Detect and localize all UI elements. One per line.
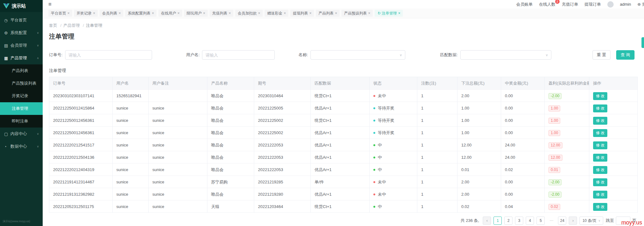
tab[interactable]: ↻ 充值列表 × (210, 10, 233, 17)
sidebar-menu-item[interactable]: 产品列表 (0, 64, 43, 77)
order-no-cell: 202212191412314467 (49, 176, 113, 188)
close-icon[interactable]: × (398, 10, 400, 17)
bet-amount-cell: 2.00 (457, 90, 501, 102)
sidebar-menu-item[interactable]: ◷ 平台首页 (0, 14, 43, 27)
sidebar-menu-item[interactable]: 即时注单 (0, 115, 43, 128)
modify-button[interactable]: 修 改 (593, 129, 607, 137)
tab[interactable]: ↻ 会员列表 × (100, 10, 123, 17)
tab-label: 在线用户 (161, 10, 176, 17)
member-bills-link[interactable]: 会员账单 (516, 2, 533, 7)
collapse-sidebar-icon[interactable]: ≡ (48, 2, 52, 7)
sidebar-menu-item[interactable]: ▤ 会员管理 ∨ (0, 39, 43, 52)
modify-button[interactable]: 修 改 (593, 178, 607, 186)
refresh-icon[interactable]: ↻ (377, 10, 380, 17)
order-no-input[interactable] (65, 50, 152, 60)
bet-amount-cell: 1.00 (457, 102, 501, 114)
tab[interactable]: ↻ 会员加扣款 × (235, 10, 263, 17)
breadcrumb-item: 首页 / (49, 23, 61, 28)
close-icon[interactable]: × (119, 10, 121, 17)
modify-button[interactable]: 修 改 (593, 104, 607, 112)
theme-drawer-handle[interactable] (641, 37, 644, 48)
close-icon[interactable]: × (284, 10, 286, 17)
tab[interactable]: ↻ 在线用户 × (158, 10, 182, 17)
modify-button[interactable]: 修 改 (593, 141, 607, 149)
sidebar-menu-item[interactable]: 注单管理 (0, 102, 43, 115)
tab[interactable]: ↻ 产品列表 × (316, 10, 340, 17)
sidebar-menu-item[interactable]: 产品预设列表 (0, 77, 43, 90)
page-button[interactable]: 4 (526, 217, 534, 225)
close-icon[interactable]: × (93, 10, 95, 17)
tab[interactable]: ↻ 陪玩用户 × (184, 10, 208, 17)
status-label: 未中 (378, 93, 386, 98)
modify-button[interactable]: 修 改 (593, 92, 607, 100)
page-button[interactable]: 1 (494, 217, 502, 225)
prev-page-button[interactable]: ‹ (483, 217, 491, 225)
tab[interactable]: ↻ 开奖记录 × (74, 10, 98, 17)
close-icon[interactable]: × (368, 10, 370, 17)
avatar[interactable] (607, 1, 614, 8)
name-select[interactable]: ∨ (310, 50, 405, 60)
close-icon[interactable]: × (258, 10, 260, 17)
withdraw-orders-link[interactable]: 提现订单 (585, 2, 601, 7)
username-input[interactable] (202, 50, 275, 60)
column-header: 操作 (589, 77, 637, 90)
tab[interactable]: ↻ 系统配置列表 × (125, 10, 156, 17)
page-button[interactable]: 5 (537, 217, 545, 225)
match-data-select[interactable]: ∨ (460, 50, 551, 60)
globe-icon: ⊕ (637, 2, 641, 7)
action-cell: 修 改 (589, 164, 637, 176)
page-button[interactable]: 3 (515, 217, 523, 225)
username-label[interactable]: admin (620, 2, 631, 7)
sidebar-menu-item[interactable]: ▦ 产品管理 ∧ (0, 52, 43, 64)
modify-button[interactable]: 修 改 (593, 166, 607, 174)
modify-button[interactable]: 修 改 (593, 154, 607, 162)
search-button[interactable]: 查 询 (616, 50, 635, 60)
win-amount-cell: 0.00 (501, 127, 545, 139)
tab[interactable]: ↻ 平台首页 × (48, 10, 72, 17)
breadcrumb-link[interactable]: 首页 (49, 23, 57, 28)
table-row: 202212220212504136 sunice sunice 唯品会 202… (49, 151, 637, 164)
modify-button[interactable]: 修 改 (593, 191, 607, 199)
sidebar-menu-item[interactable]: ◔ 数据中心 ∨ (0, 140, 43, 153)
tab[interactable]: ↻ 提现列表 × (290, 10, 314, 17)
profit-badge: 1.00 (549, 105, 560, 111)
online-count-badge: 2 (555, 0, 560, 4)
close-icon[interactable]: × (177, 10, 180, 17)
win-amount-cell: 0.00 (501, 102, 545, 114)
online-users-link[interactable]: 在线人数 2 (539, 2, 555, 7)
sidebar-menu-item[interactable]: ▢ 内容中心 ∨ (0, 128, 43, 140)
language-selector[interactable]: ⊕ 简体中文 (637, 2, 644, 7)
tab[interactable]: ↻ 赠送彩金 × (265, 10, 288, 17)
breadcrumb-link[interactable]: 产品管理 (63, 23, 80, 28)
page-button[interactable]: ··· (547, 217, 555, 225)
deposit-orders-link[interactable]: 充值订单 (562, 2, 578, 7)
sidebar-menu-item[interactable]: ⚙ 系统配置 ∨ (0, 27, 43, 39)
menu-item-label: 开奖记录 (12, 93, 43, 99)
document-icon: ▢ (4, 132, 10, 136)
page-button[interactable]: 2 (504, 217, 512, 225)
tab[interactable]: ↻ 注单管理 × (375, 10, 403, 17)
page-size-select[interactable]: 10 条/页 ∨ (580, 217, 603, 225)
remark-cell: sunice (149, 200, 207, 213)
reset-button[interactable]: 重 置 (592, 50, 611, 60)
close-icon[interactable]: × (229, 10, 231, 17)
modify-button[interactable]: 修 改 (593, 117, 607, 125)
bet-amount-cell: 2.00 (457, 188, 501, 200)
next-page-button[interactable]: › (569, 217, 577, 225)
bets-cell: 1 (417, 127, 457, 139)
close-icon[interactable]: × (203, 10, 205, 17)
close-icon[interactable]: × (335, 10, 337, 17)
close-icon[interactable]: × (309, 10, 311, 17)
product-cell: 苏宁易购 (207, 176, 254, 188)
status-dot-icon (373, 181, 375, 183)
status-label: 等待开奖 (378, 118, 394, 123)
tab[interactable]: ↻ 产品预设列表 × (341, 10, 373, 17)
sidebar-menu-item[interactable]: 开奖记录 (0, 90, 43, 102)
page-button[interactable]: 24 (558, 217, 566, 225)
close-icon[interactable]: × (152, 10, 154, 17)
close-icon[interactable]: × (67, 10, 70, 17)
match-cell: 优品Ar+1 (311, 102, 370, 114)
profit-badge: -2.00 (549, 93, 561, 99)
logo[interactable]: 演示站 (0, 0, 43, 12)
modify-button[interactable]: 修 改 (593, 203, 607, 211)
